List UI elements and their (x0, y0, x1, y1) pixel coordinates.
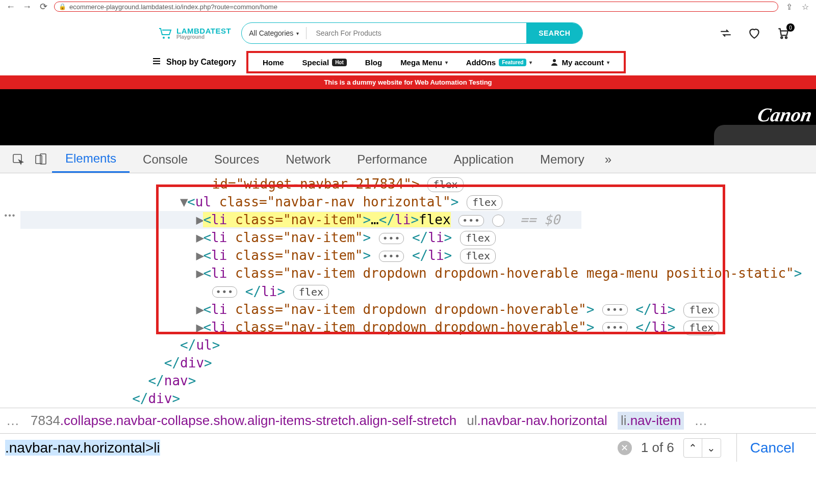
chevron-down-icon: ▾ (607, 60, 609, 65)
breadcrumb-overflow[interactable]: … (6, 413, 20, 429)
logo[interactable]: LAMBDATEST Playground (158, 26, 231, 40)
expand-arrow[interactable]: ▶ (196, 229, 203, 247)
flex-badge[interactable]: flex (460, 231, 496, 246)
code-line[interactable]: </div> (20, 354, 816, 372)
search-button[interactable]: SEARCH (526, 23, 582, 43)
search-query-input[interactable]: .navbar-nav.horizontal>li (0, 437, 608, 459)
code-line[interactable]: </nav> (20, 372, 816, 390)
featured-badge: Featured (499, 59, 526, 66)
dom-tree[interactable]: id="widget-navbar-217834"> flex ▼<ul cla… (20, 173, 816, 408)
clear-search-icon[interactable]: ✕ (618, 441, 632, 455)
search-next-button[interactable]: ⌄ (702, 439, 721, 457)
actions-icon[interactable]: ••• (458, 215, 484, 226)
search-stepper: ⌃ ⌄ (683, 438, 721, 458)
svg-point-3 (785, 37, 787, 38)
scroll-indicator (492, 215, 504, 227)
tab-application[interactable]: Application (441, 146, 527, 173)
code-line[interactable]: ▶<li class="nav-item"> ••• </li> flex (20, 229, 816, 247)
share-icon[interactable]: ⇪ (783, 1, 795, 12)
actions-icon[interactable]: ••• (379, 251, 404, 262)
flex-badge[interactable]: flex (293, 285, 329, 300)
shop-by-category-label: Shop by Category (166, 58, 236, 67)
code-line[interactable]: ▶<li class="nav-item dropdown dropdown-h… (20, 319, 816, 336)
code-line[interactable]: ••• </li> flex (20, 283, 816, 301)
hero-brand-text: Canon (756, 103, 813, 126)
cancel-button[interactable]: Cancel (736, 434, 808, 462)
search-input[interactable] (307, 23, 526, 43)
svg-point-0 (163, 37, 165, 39)
compare-icon[interactable] (718, 25, 733, 41)
shop-by-category[interactable]: Shop by Category (152, 57, 236, 68)
expand-arrow[interactable]: ▶ (196, 264, 203, 282)
search-category-label: All Categories (249, 29, 293, 37)
breadcrumb-item[interactable]: ul.navbar-nav.horizontal (467, 413, 607, 429)
cart-logo-icon (158, 26, 173, 40)
svg-rect-6 (36, 155, 42, 164)
code-line[interactable]: ▶<li class="nav-item dropdown dropdown-h… (20, 264, 816, 282)
expand-arrow[interactable]: ▶ (196, 301, 203, 319)
cart-count-badge: 0 (786, 23, 795, 32)
devtools-tabs: Elements Console Sources Network Perform… (0, 146, 816, 173)
breadcrumb: … 7834.collapse.navbar-collapse.show.ali… (0, 408, 816, 433)
code-line[interactable]: id="widget-navbar-217834"> flex (20, 175, 816, 193)
chevron-down-icon: ▾ (529, 60, 532, 65)
flex-badge[interactable]: flex (467, 195, 502, 210)
info-banner: This is a dummy website for Web Automati… (0, 75, 816, 89)
code-line[interactable]: </div> (20, 390, 816, 408)
code-line[interactable]: ▼<ul class="navbar-nav horizontal"> flex (20, 193, 816, 211)
tab-network[interactable]: Network (272, 146, 344, 173)
code-line[interactable]: ▶<li class="nav-item dropdown dropdown-h… (20, 301, 816, 319)
flex-badge[interactable]: flex (683, 321, 719, 335)
page-header: LAMBDATEST Playground All Categories ▾ S… (0, 13, 816, 145)
tab-performance[interactable]: Performance (344, 146, 440, 173)
flex-badge[interactable]: flex (460, 249, 496, 263)
user-icon (550, 58, 558, 66)
nav-special[interactable]: SpecialHot (302, 58, 347, 67)
breadcrumb-item[interactable]: 7834.collapse.navbar-collapse.show.align… (31, 413, 456, 429)
tab-memory[interactable]: Memory (527, 146, 598, 173)
forward-button[interactable]: → (21, 1, 33, 12)
chevron-down-icon: ▾ (296, 31, 299, 36)
actions-icon[interactable]: ••• (602, 304, 628, 315)
tab-console[interactable]: Console (130, 146, 201, 173)
tab-elements[interactable]: Elements (52, 146, 130, 173)
nav-home[interactable]: Home (263, 58, 284, 67)
search-category-select[interactable]: All Categories ▾ (242, 29, 306, 37)
url-bar[interactable]: 🔒 ecommerce-playground.lambdatest.io/ind… (54, 2, 778, 12)
search-prev-button[interactable]: ⌃ (684, 439, 702, 457)
nav-mega-menu[interactable]: Mega Menu▾ (400, 58, 448, 67)
code-line[interactable]: </ul> (20, 336, 816, 354)
code-line[interactable]: ▶<li class="nav-item"> ••• </li> flex (20, 247, 816, 264)
actions-icon[interactable]: ••• (212, 286, 238, 298)
expand-arrow[interactable]: ▼ (180, 193, 187, 211)
back-button[interactable]: ← (5, 1, 16, 12)
tab-sources[interactable]: Sources (201, 146, 272, 173)
breadcrumb-item-selected[interactable]: li.nav-item (618, 412, 684, 430)
camera-image (714, 125, 816, 145)
breadcrumb-overflow[interactable]: … (694, 413, 708, 429)
tabs-overflow-icon[interactable]: » (598, 152, 619, 167)
expand-arrow[interactable]: ▶ (196, 319, 203, 336)
flex-badge[interactable]: flex (427, 177, 463, 192)
actions-icon[interactable]: ••• (379, 233, 404, 244)
wishlist-icon[interactable] (747, 25, 762, 41)
dollar-zero: == $0 (520, 212, 560, 227)
actions-icon[interactable]: ••• (602, 322, 628, 333)
nav-my-account[interactable]: My account▾ (550, 58, 609, 67)
devtools-panel: Elements Console Sources Network Perform… (0, 145, 816, 462)
expand-arrow[interactable]: ▶ (196, 247, 203, 264)
device-toggle-icon[interactable] (30, 150, 52, 169)
nav-blog[interactable]: Blog (365, 58, 382, 67)
inspect-element-icon[interactable] (7, 150, 30, 169)
browser-toolbar: ← → ⟳ 🔒 ecommerce-playground.lambdatest.… (0, 0, 816, 13)
nav-addons[interactable]: AddOnsFeatured▾ (466, 58, 532, 67)
bookmark-icon[interactable]: ☆ (800, 1, 811, 12)
cart-icon[interactable]: 0 (775, 25, 790, 41)
svg-point-1 (168, 37, 170, 39)
flex-badge[interactable]: flex (683, 303, 719, 317)
code-line-selected[interactable]: ▶<li class="nav-item">…</li>flex ••• == … (20, 211, 581, 229)
hot-badge: Hot (332, 59, 347, 66)
hero-section: Canon (0, 89, 816, 145)
reload-button[interactable]: ⟳ (38, 1, 49, 12)
expand-arrow[interactable]: ▶ (196, 211, 203, 229)
